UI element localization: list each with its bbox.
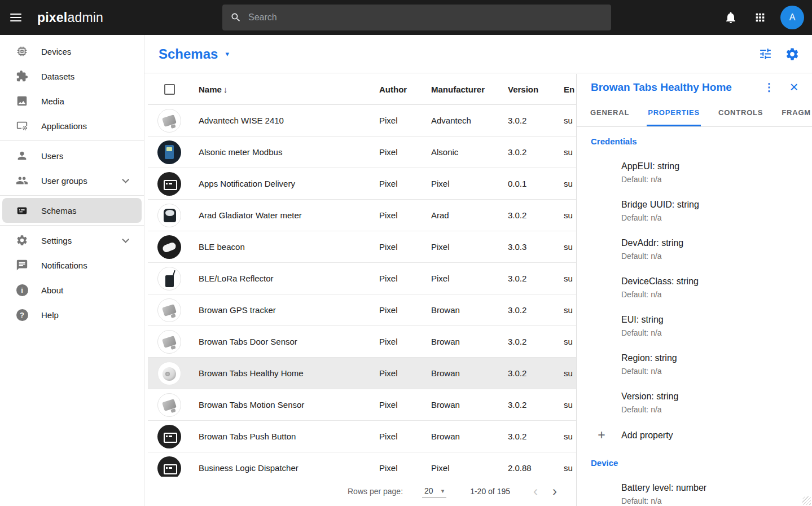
schema-author: Pixel	[379, 147, 431, 157]
global-search[interactable]	[222, 5, 611, 30]
sidebar-item-notifications[interactable]: Notifications	[2, 253, 142, 278]
page-title-dropdown[interactable]: Schemas ▾	[159, 46, 229, 62]
panel-resize-handle[interactable]	[802, 496, 811, 505]
schema-manufacturer: Pixel	[431, 463, 508, 473]
schema-name: Browan Tabs Push Button	[191, 432, 379, 441]
schema-version: 3.0.2	[508, 116, 564, 125]
add-property-button[interactable]: + Add property	[577, 429, 812, 442]
schema-name: Advantech WISE 2410	[191, 116, 379, 125]
section-title-device: Device	[591, 458, 812, 468]
schema-thumbnail-icon	[157, 425, 181, 448]
schema-version: 2.0.88	[508, 463, 564, 473]
settings-gear-icon[interactable]	[785, 47, 800, 61]
previous-page-button[interactable]: ‹	[526, 485, 545, 498]
sidebar-item-users[interactable]: Users	[2, 143, 142, 168]
app-root: pixeladmin A Devices Datasets Media	[0, 0, 812, 506]
schema-version: 3.0.2	[508, 274, 564, 283]
person-icon	[15, 149, 29, 162]
schema-author: Pixel	[379, 305, 431, 315]
app-logo[interactable]: pixeladmin	[37, 10, 103, 25]
next-page-button[interactable]: ›	[545, 485, 564, 498]
schema-thumbnail-icon	[157, 140, 181, 164]
notifications-bell-icon[interactable]	[719, 6, 742, 29]
schema-thumbnail-icon	[157, 109, 181, 133]
rows-per-page-select[interactable]: 20 ▾	[422, 485, 446, 498]
property-item[interactable]: Version: string Default: n/a	[621, 390, 812, 415]
schema-name: Arad Gladiator Water meter	[191, 210, 379, 220]
property-name: AppEUI: string	[621, 160, 812, 173]
property-item[interactable]: Region: string Default: n/a	[621, 352, 812, 377]
header-actions	[758, 47, 800, 61]
tab-general[interactable]: GENERAL	[589, 108, 630, 126]
column-header-version[interactable]: Version	[508, 85, 564, 94]
select-all-checkbox[interactable]	[164, 84, 175, 95]
schema-thumbnail-icon	[157, 267, 181, 291]
property-default: Default: n/a	[621, 174, 812, 185]
filter-tune-icon[interactable]	[758, 47, 773, 61]
column-header-author[interactable]: Author	[379, 85, 431, 94]
property-item[interactable]: Battery level: number Default: n/a	[621, 482, 812, 506]
close-icon[interactable]: ×	[785, 78, 803, 96]
schema-name: Browan Tabs Motion Sensor	[191, 400, 379, 410]
caret-down-icon: ▾	[441, 487, 445, 495]
schema-thumbnail-icon	[157, 204, 181, 227]
property-item[interactable]: AppEUI: string Default: n/a	[621, 160, 812, 185]
sidebar-item-user-groups[interactable]: User groups	[2, 168, 142, 193]
schema-version: 3.0.3	[508, 242, 564, 252]
schema-author: Pixel	[379, 400, 431, 410]
schema-manufacturer: Browan	[431, 337, 508, 346]
user-avatar[interactable]: A	[780, 6, 804, 29]
schema-author: Pixel	[379, 337, 431, 346]
schema-manufacturer: Browan	[431, 400, 508, 410]
property-default: Default: n/a	[621, 327, 812, 338]
schema-name: Browan GPS tracker	[191, 305, 379, 315]
search-icon	[230, 12, 242, 23]
schema-manufacturer: Browan	[431, 432, 508, 441]
menu-hamburger-icon[interactable]	[5, 6, 27, 29]
schema-manufacturer: Pixel	[431, 179, 508, 188]
image-icon	[15, 94, 29, 108]
property-item[interactable]: EUI: string Default: n/a	[621, 314, 812, 338]
property-item[interactable]: DeviceClass: string Default: n/a	[621, 275, 812, 300]
property-default: Default: n/a	[621, 250, 812, 262]
schema-author: Pixel	[379, 463, 431, 473]
property-item[interactable]: DevAddr: string Default: n/a	[621, 237, 812, 262]
schema-name: BLE/LoRa Reflector	[191, 274, 379, 283]
sidebar-item-about[interactable]: i About	[2, 278, 142, 302]
sidebar-item-schemas[interactable]: Schemas	[2, 198, 142, 223]
rows-per-page-label: Rows per page:	[348, 487, 403, 496]
column-header-name[interactable]: Name↓	[191, 85, 379, 94]
schema-author: Pixel	[379, 179, 431, 188]
search-input[interactable]	[248, 12, 603, 23]
tab-controls[interactable]: CONTROLS	[717, 108, 764, 126]
tab-fragments[interactable]: FRAGM	[780, 108, 812, 126]
more-options-kebab-icon[interactable]: ⋮	[761, 79, 777, 95]
apps-grid-icon[interactable]	[749, 6, 771, 29]
panel-title: Browan Tabs Healthy Home	[591, 81, 732, 94]
sidebar-item-label: Media	[41, 96, 64, 106]
sidebar-item-help[interactable]: ? Help	[2, 302, 142, 327]
sidebar-item-media[interactable]: Media	[2, 89, 142, 113]
sidebar-item-label: Users	[41, 151, 63, 161]
rows-per-page-value: 20	[424, 486, 433, 495]
add-property-label: Add property	[621, 430, 673, 441]
schema-version: 3.0.2	[508, 432, 564, 441]
schema-author: Pixel	[379, 210, 431, 220]
main-header: Schemas ▾	[144, 35, 812, 73]
sidebar-item-datasets[interactable]: Datasets	[2, 64, 142, 89]
schema-thumbnail-icon	[157, 330, 181, 354]
property-item[interactable]: Bridge UUID: string Default: n/a	[621, 199, 812, 223]
property-default: Default: n/a	[621, 289, 812, 300]
sidebar-item-settings[interactable]: Settings	[2, 228, 142, 253]
schema-name: Business Logic Dispatcher	[191, 463, 379, 473]
property-name: Version: string	[621, 390, 812, 403]
property-default: Default: n/a	[621, 404, 812, 415]
column-header-manufacturer[interactable]: Manufacturer	[431, 85, 508, 94]
app-window-gear-icon	[15, 119, 29, 133]
property-name: Region: string	[621, 352, 812, 364]
schema-author: Pixel	[379, 368, 431, 378]
sidebar-item-applications[interactable]: Applications	[2, 113, 142, 138]
people-icon	[15, 174, 29, 187]
sidebar-item-devices[interactable]: Devices	[2, 39, 142, 64]
tab-properties[interactable]: PROPERTIES	[647, 108, 701, 126]
